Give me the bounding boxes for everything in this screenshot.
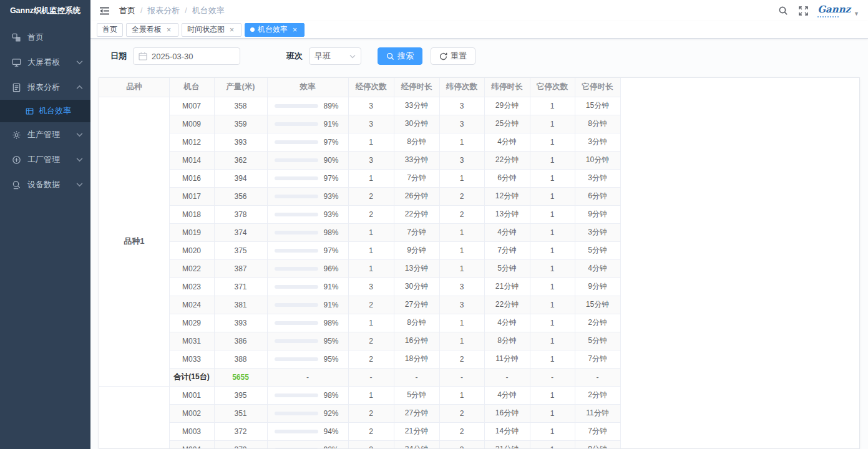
cell-machine: M007 <box>169 97 214 115</box>
cell-other-stop-count: 1 <box>530 115 575 133</box>
cell-production-link[interactable]: 393 <box>214 133 267 151</box>
cell-production-link[interactable]: 375 <box>214 241 267 259</box>
sidebar-subitem-机台效率[interactable]: 机台效率 <box>0 100 90 122</box>
cell-production-link[interactable]: 374 <box>214 223 267 241</box>
tab-时间状态图[interactable]: 时间状态图× <box>182 23 241 37</box>
fullscreen-icon[interactable] <box>796 4 810 17</box>
search-icon <box>386 52 394 60</box>
reset-button-label: 重置 <box>451 51 467 62</box>
cell-production-link[interactable]: 393 <box>214 314 267 332</box>
cell-efficiency: 97% <box>267 169 348 187</box>
column-header-品种: 品种 <box>99 78 169 97</box>
cell-weft-stop-count: 3 <box>439 278 484 296</box>
tab-全景看板[interactable]: 全景看板× <box>126 23 178 37</box>
cell-other-stop-duration: 2分钟 <box>575 314 620 332</box>
sidebar-item-2[interactable]: 报表分析 <box>0 75 90 100</box>
cell-efficiency: 98% <box>267 223 348 241</box>
cell-production-link[interactable]: 372 <box>214 422 267 440</box>
efficiency-percent: 90% <box>324 156 341 165</box>
breadcrumb-current: 机台效率 <box>192 5 225 16</box>
cell-weft-stop-duration: 4分钟 <box>484 133 530 151</box>
efficiency-bar-track <box>275 158 318 162</box>
cell-warp-stop-duration: 22分钟 <box>394 205 439 223</box>
cell-production-link[interactable]: 394 <box>214 169 267 187</box>
table-row-M003: M00337294%221分钟214分钟17分钟 <box>99 422 620 440</box>
efficiency-percent: 95% <box>324 355 341 364</box>
cell-efficiency: 95% <box>267 332 348 350</box>
close-icon[interactable]: × <box>228 26 236 34</box>
sidebar-item-4[interactable]: 工厂管理 <box>0 147 90 172</box>
close-icon[interactable]: × <box>291 26 299 34</box>
efficiency-percent: 92% <box>324 445 341 449</box>
cell-machine: M002 <box>169 404 214 422</box>
cell-machine: M017 <box>169 187 214 205</box>
cell-warp-stop-count: 1 <box>348 314 394 332</box>
cell-production-link[interactable]: 386 <box>214 332 267 350</box>
cell-production-link[interactable]: 356 <box>214 187 267 205</box>
tab-首页[interactable]: 首页 <box>97 23 123 37</box>
cell-machine: M022 <box>169 259 214 278</box>
calendar-icon <box>139 52 147 60</box>
efficiency-bar-track <box>275 267 318 271</box>
cell-machine: M019 <box>169 223 214 241</box>
reset-button[interactable]: 重置 <box>431 47 475 65</box>
cell-other-stop-count: 1 <box>530 241 575 259</box>
table-header-row: 品种机台产量(米)效率经停次数经停时长纬停次数纬停时长它停次数它停时长 <box>99 78 620 97</box>
cell-production-link[interactable]: 388 <box>214 350 267 368</box>
cell-efficiency: 98% <box>267 314 348 332</box>
cell-production-link[interactable]: 371 <box>214 278 267 296</box>
cell-machine: M020 <box>169 241 214 259</box>
sidebar-item-5[interactable]: 设备数据 <box>0 172 90 197</box>
column-header-纬停时长: 纬停时长 <box>484 78 530 97</box>
device-data-icon <box>11 180 21 190</box>
sidebar-item-1[interactable]: 大屏看板 <box>0 50 90 75</box>
date-input[interactable]: 2025-03-30 <box>133 47 240 65</box>
cell-warp-stop-count: 1 <box>348 169 394 187</box>
cell-other-stop-count: 1 <box>530 314 575 332</box>
cell-weft-stop-count: 1 <box>439 332 484 350</box>
efficiency-percent: 98% <box>324 319 341 327</box>
cell-production-link[interactable]: 351 <box>214 404 267 422</box>
sidebar-item-0[interactable]: 首页 <box>0 25 90 50</box>
cell-summary-label: 合计(15台) <box>169 368 214 386</box>
search-button[interactable]: 搜索 <box>378 47 422 65</box>
cell-efficiency: 89% <box>267 97 348 115</box>
cell-warp-stop-duration: 5分钟 <box>394 386 439 404</box>
breadcrumb-home[interactable]: 首页 <box>119 5 135 16</box>
sidebar-collapse-icon[interactable] <box>98 4 110 17</box>
cell-production-link[interactable]: 378 <box>214 205 267 223</box>
cell-other-stop-count: 1 <box>530 386 575 404</box>
refresh-icon <box>439 52 447 60</box>
cell-production-link[interactable]: 395 <box>214 386 267 404</box>
cell-warp-stop-count: 3 <box>348 115 394 133</box>
cell-production-link[interactable]: 358 <box>214 97 267 115</box>
efficiency-percent: 93% <box>324 210 341 219</box>
cell-warp-stop-count: 2 <box>348 350 394 368</box>
user-brand-dropdown[interactable]: Gannz ▼ <box>817 4 859 17</box>
cell-production-link[interactable]: 359 <box>214 115 267 133</box>
cell-production-link[interactable]: 362 <box>214 151 267 169</box>
factory-icon <box>11 155 21 165</box>
chevron-down-icon <box>76 60 83 65</box>
cell-warp-stop-duration: 7分钟 <box>394 223 439 241</box>
tab-机台效率[interactable]: 机台效率× <box>245 23 305 37</box>
breadcrumb-report-analysis[interactable]: 报表分析 <box>147 5 180 16</box>
board-icon <box>11 57 21 67</box>
cell-efficiency: 96% <box>267 259 348 278</box>
search-button-label: 搜索 <box>397 51 414 62</box>
cell-weft-stop-count: 2 <box>439 187 484 205</box>
sidebar-item-3[interactable]: 生产管理 <box>0 122 90 147</box>
cell-production-link[interactable]: 381 <box>214 296 267 314</box>
cell-weft-stop-duration: 14分钟 <box>484 422 530 440</box>
search-icon[interactable] <box>776 4 790 17</box>
cell-production-link[interactable]: 387 <box>214 259 267 278</box>
shift-select[interactable]: 早班 <box>309 47 361 65</box>
cell-weft-stop-duration: 6分钟 <box>484 169 530 187</box>
close-icon[interactable]: × <box>165 26 173 34</box>
cell-efficiency: 94% <box>267 422 348 440</box>
efficiency-percent: 89% <box>324 102 341 110</box>
table-row-M017: M01735693%226分钟212分钟16分钟 <box>99 187 620 205</box>
cell-production-link[interactable]: 370 <box>214 440 267 449</box>
column-header-它停次数: 它停次数 <box>530 78 575 97</box>
cell-warp-stop-duration: 18分钟 <box>394 350 439 368</box>
